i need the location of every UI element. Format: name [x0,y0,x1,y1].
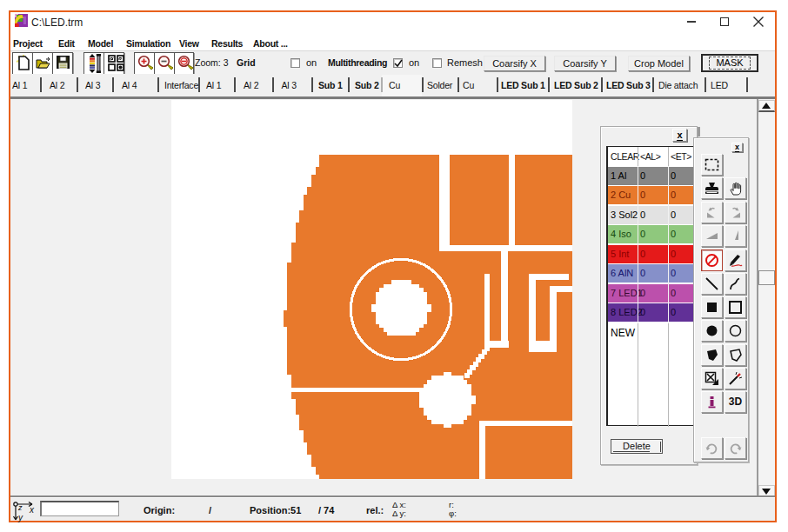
svg-text:z: z [17,503,23,512]
svg-text:x: x [29,505,35,515]
svg-text:y: y [17,513,23,522]
